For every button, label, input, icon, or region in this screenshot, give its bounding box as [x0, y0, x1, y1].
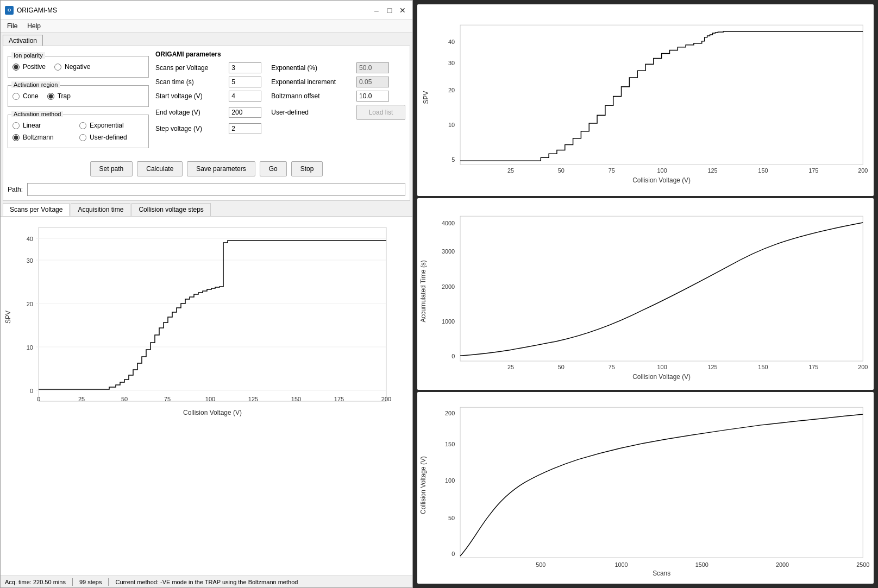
start-voltage-input[interactable]	[229, 91, 261, 102]
save-parameters-button[interactable]: Save parameters	[187, 161, 255, 176]
exponential-radio[interactable]	[79, 122, 86, 129]
close-button[interactable]: ✕	[397, 5, 408, 16]
left-controls: Ion polarity Positive Negative	[8, 50, 149, 153]
stop-button[interactable]: Stop	[291, 161, 323, 176]
svg-text:2000: 2000	[442, 283, 455, 290]
cv-y-label: Collision Voltage (V)	[419, 456, 427, 514]
chart-tabs: Scans per Voltage Acquisition time Colli…	[1, 201, 412, 217]
svg-text:100: 100	[445, 477, 455, 484]
boltzmann-offset-input[interactable]	[356, 91, 389, 102]
svg-text:150: 150	[445, 441, 455, 447]
step-voltage-label: Step voltage (V)	[155, 125, 224, 132]
negative-radio[interactable]	[54, 64, 61, 71]
cone-radio[interactable]	[12, 93, 20, 100]
svg-text:30: 30	[448, 60, 455, 66]
exponential-increment-input[interactable]	[356, 77, 389, 87]
steps-status: 99 steps	[79, 579, 102, 585]
y-tick-10: 10	[27, 344, 33, 351]
svg-text:100: 100	[657, 167, 667, 174]
linear-label: Linear	[23, 122, 41, 129]
svg-text:50: 50	[558, 364, 565, 370]
minimize-button[interactable]: –	[371, 5, 382, 16]
positive-option: Positive	[12, 63, 46, 71]
x-tick-175: 175	[334, 396, 344, 402]
svg-text:75: 75	[609, 364, 615, 370]
activation-method-label: Activation method	[11, 111, 63, 117]
activation-tab-container: Activation	[1, 33, 412, 46]
load-list-button[interactable]: Load list	[356, 105, 405, 120]
x-tick-75: 75	[164, 396, 171, 402]
user-defined-method-option: User-defined	[79, 134, 144, 141]
right-spv-y-label: SPV	[422, 91, 430, 104]
end-voltage-label: End voltage (V)	[155, 109, 224, 116]
svg-text:40: 40	[448, 39, 455, 45]
scan-time-label: Scan time (s)	[155, 78, 224, 86]
y-tick-40: 40	[27, 236, 33, 242]
title-bar: O ORIGAMI-MS – □ ✕	[1, 1, 412, 20]
tab-collision-voltage-steps[interactable]: Collision voltage steps	[131, 203, 210, 216]
cone-option: Cone	[12, 92, 39, 100]
trap-label: Trap	[58, 92, 71, 100]
spv-chart-main: 0 10 20 30 40 0 25 50 75 100 125 150 175…	[1, 217, 408, 428]
end-voltage-input[interactable]	[229, 107, 261, 118]
scans-per-voltage-input[interactable]	[229, 62, 261, 73]
cv-chart: 0 50 100 150 200 500 1000 1500 2000 2500…	[417, 392, 874, 584]
right-spv-x-label: Collision Voltage (V)	[632, 176, 691, 184]
user-defined-label: User-defined	[271, 109, 352, 116]
spv-chart-right: 5 10 20 30 40 25 50 75 100 125 150 175 2…	[417, 4, 874, 196]
acc-x-label: Collision Voltage (V)	[632, 373, 691, 381]
x-tick-200: 200	[381, 396, 391, 402]
user-defined-method-radio[interactable]	[79, 134, 86, 141]
x-tick-100: 100	[205, 396, 215, 402]
app-icon: O	[5, 6, 14, 15]
maximize-button[interactable]: □	[384, 5, 395, 16]
user-defined-method-label: User-defined	[90, 134, 127, 141]
tab-acquisition-time[interactable]: Acquisition time	[71, 203, 130, 216]
exponential-increment-label: Exponential increment	[271, 78, 352, 86]
y-tick-30: 30	[27, 257, 33, 264]
tab-scans-per-voltage[interactable]: Scans per Voltage	[3, 203, 70, 216]
svg-text:50: 50	[558, 167, 565, 174]
boltzmann-option: Boltzmann	[12, 134, 77, 141]
start-voltage-label: Start voltage (V)	[155, 92, 224, 100]
svg-text:200: 200	[858, 364, 868, 370]
linear-option: Linear	[12, 122, 77, 129]
linear-radio[interactable]	[12, 122, 20, 129]
svg-text:100: 100	[657, 364, 667, 370]
calculate-button[interactable]: Calculate	[137, 161, 183, 176]
scans-per-voltage-label: Scans per Voltage	[155, 64, 224, 72]
exponential-pct-input[interactable]	[356, 62, 389, 73]
menu-file[interactable]: File	[3, 21, 22, 31]
activation-region-options: Cone Trap	[12, 92, 144, 102]
positive-radio[interactable]	[12, 64, 20, 71]
chart-panel-acc: 0 1000 2000 3000 4000 25 50 75 100 125 1…	[417, 198, 874, 390]
svg-rect-0	[39, 227, 386, 401]
menu-help[interactable]: Help	[23, 21, 45, 31]
go-button[interactable]: Go	[260, 161, 287, 176]
scan-time-input[interactable]	[229, 77, 261, 87]
negative-label: Negative	[65, 63, 90, 71]
path-input[interactable]	[27, 183, 405, 196]
svg-text:125: 125	[707, 167, 717, 174]
svg-text:1000: 1000	[442, 318, 455, 325]
negative-option: Negative	[54, 63, 90, 71]
activation-method-group: Activation method Linear Exponential	[8, 115, 149, 148]
y-axis-label: SPV	[4, 311, 12, 324]
set-path-button[interactable]: Set path	[90, 161, 133, 176]
menu-bar: File Help	[1, 20, 412, 33]
exponential-option: Exponential	[79, 122, 144, 129]
boltzmann-radio[interactable]	[12, 134, 20, 141]
activation-inner: Ion polarity Positive Negative	[3, 46, 410, 157]
origami-params-section: ORIGAMI parameters Scans per Voltage Exp…	[155, 50, 405, 153]
path-label: Path:	[8, 186, 23, 193]
window-title: ORIGAMI-MS	[17, 7, 57, 14]
step-voltage-input[interactable]	[229, 123, 261, 134]
svg-text:75: 75	[609, 167, 615, 174]
activation-tab[interactable]: Activation	[3, 35, 43, 46]
trap-radio[interactable]	[47, 93, 54, 100]
svg-text:20: 20	[448, 87, 455, 93]
boltzmann-label: Boltzmann	[23, 134, 54, 141]
acc-y-label: Accumulated Time (s)	[419, 260, 427, 323]
title-bar-left: O ORIGAMI-MS	[5, 6, 57, 15]
svg-text:1500: 1500	[695, 561, 708, 568]
